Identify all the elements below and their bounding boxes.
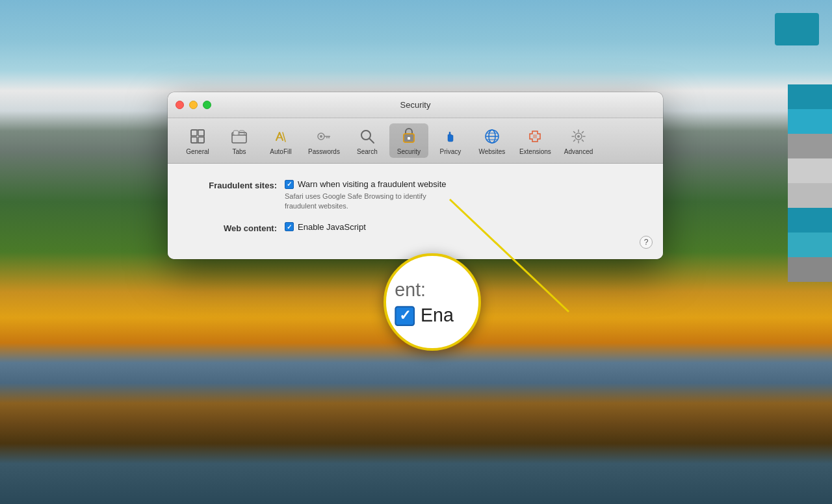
fraudulent-checkbox-label: Warn when visiting a fraudulent website — [298, 179, 447, 189]
svg-rect-18 — [408, 137, 410, 140]
websites-icon — [482, 126, 502, 147]
toolbar-security[interactable]: Security — [389, 123, 428, 158]
web-content-label: Web content: — [194, 222, 285, 233]
svg-rect-3 — [191, 137, 197, 143]
web-content-checkbox-row: Enable JavaScript — [285, 222, 366, 232]
maximize-button[interactable] — [203, 101, 211, 109]
safari-security-window: Security General — [168, 92, 663, 259]
toolbar-privacy[interactable]: Privacy — [431, 123, 470, 158]
svg-rect-1 — [191, 130, 197, 136]
svg-rect-6 — [233, 131, 239, 135]
privacy-icon — [440, 126, 461, 147]
magnify-partial-text: ent: — [395, 279, 454, 300]
toolbar-passwords[interactable]: Passwords — [303, 123, 345, 158]
color-swatch-7 — [788, 233, 832, 257]
magnify-circle: ent: Ena — [384, 253, 481, 351]
toolbar-advanced[interactable]: Advanced — [559, 123, 598, 158]
toolbar-autofill[interactable]: AutoFill — [261, 123, 300, 158]
fraudulent-sites-control: Warn when visiting a fraudulent website … — [285, 179, 447, 212]
javascript-label: Enable JavaScript — [298, 222, 366, 232]
svg-point-27 — [577, 135, 580, 138]
svg-rect-2 — [198, 130, 204, 136]
window-controls — [176, 101, 211, 109]
general-label: General — [186, 148, 209, 155]
svg-rect-4 — [198, 137, 204, 143]
window-title: Security — [400, 100, 431, 110]
svg-rect-25 — [533, 134, 537, 138]
close-button[interactable] — [176, 101, 184, 109]
privacy-label: Privacy — [440, 148, 462, 155]
color-swatch-4 — [788, 158, 832, 183]
magnify-partial-label: ent: — [395, 279, 426, 300]
color-swatch-3 — [788, 134, 832, 158]
toolbar-websites[interactable]: Websites — [473, 123, 512, 158]
extensions-label: Extensions — [519, 148, 551, 155]
javascript-checkbox[interactable] — [285, 222, 294, 231]
color-swatch-1 — [788, 84, 832, 109]
security-label: Security — [397, 148, 421, 155]
svg-rect-0 — [191, 130, 204, 143]
toolbar-search[interactable]: Search — [348, 123, 387, 158]
security-icon — [398, 126, 419, 147]
extensions-icon — [525, 126, 545, 147]
color-swatch-2 — [788, 109, 832, 134]
magnify-enable-text: Ena — [421, 305, 454, 326]
web-content-row: Web content: Enable JavaScript — [194, 222, 637, 233]
magnify-checkbox — [395, 305, 415, 325]
web-content-control: Enable JavaScript — [285, 222, 366, 232]
minimize-button[interactable] — [189, 101, 198, 109]
fraudulent-helper-text: Safari uses Google Safe Browsing to iden… — [285, 192, 447, 212]
search-label: Search — [357, 148, 378, 155]
content-area: Fraudulent sites: Warn when visiting a f… — [168, 164, 663, 259]
fraudulent-sites-row: Fraudulent sites: Warn when visiting a f… — [194, 179, 637, 212]
top-right-button[interactable] — [775, 13, 819, 45]
fraudulent-checkbox-row: Warn when visiting a fraudulent website — [285, 179, 447, 189]
autofill-label: AutoFill — [270, 148, 291, 155]
help-button[interactable]: ? — [640, 236, 653, 249]
magnify-checkbox-row: Ena — [395, 305, 454, 326]
magnify-content: ent: Ena — [395, 279, 454, 330]
toolbar-tabs[interactable]: Tabs — [220, 123, 259, 158]
websites-label: Websites — [478, 148, 505, 155]
advanced-label: Advanced — [564, 148, 593, 155]
passwords-label: Passwords — [308, 148, 340, 155]
fraudulent-checkbox[interactable] — [285, 180, 294, 189]
general-icon — [187, 126, 208, 147]
fraudulent-sites-label: Fraudulent sites: — [194, 179, 285, 190]
color-swatch-5 — [788, 183, 832, 208]
svg-point-14 — [320, 135, 322, 138]
color-swatch-8 — [788, 257, 832, 282]
tabs-icon — [229, 126, 250, 147]
tabs-label: Tabs — [232, 148, 246, 155]
autofill-icon — [270, 126, 291, 147]
color-panel — [788, 84, 832, 282]
svg-line-16 — [369, 138, 374, 143]
toolbar: General Tabs Au — [168, 118, 663, 164]
passwords-icon — [313, 126, 334, 147]
toolbar-general[interactable]: General — [178, 123, 217, 158]
toolbar-extensions[interactable]: Extensions — [514, 123, 556, 158]
advanced-icon — [568, 126, 589, 147]
window-titlebar: Security — [168, 92, 663, 118]
color-swatch-6 — [788, 208, 832, 233]
search-icon — [357, 126, 378, 147]
